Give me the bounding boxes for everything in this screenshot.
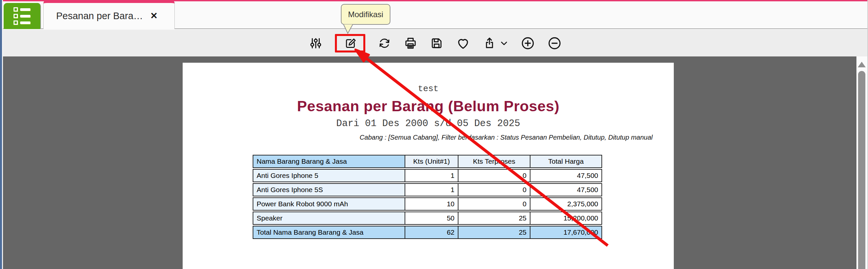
modify-highlight-box [335, 34, 365, 53]
column-header: Kts (Unit#1) [405, 155, 459, 168]
zoom-out-icon [547, 36, 562, 51]
tab-close-icon[interactable]: ✕ [150, 11, 158, 21]
export-button[interactable] [483, 36, 496, 50]
scrollbar-up-arrow-icon[interactable] [858, 62, 866, 67]
table-total-row: Total Nama Barang Barang & Jasa622517,67… [253, 226, 602, 239]
printer-icon [404, 36, 417, 50]
table-cell: Anti Gores Iphone 5S [253, 183, 405, 196]
export-dropdown-button[interactable] [500, 39, 508, 47]
column-header: Nama Barang Barang & Jasa [253, 155, 405, 168]
report-page: test Pesanan per Barang (Belum Proses) D… [183, 63, 674, 269]
save-button[interactable] [430, 36, 443, 50]
filter-options-button[interactable] [309, 36, 323, 50]
table-cell: 0 [459, 183, 530, 196]
export-button-group [483, 36, 508, 50]
vertical-scrollbar[interactable] [857, 57, 867, 269]
report-table-head-row: Nama Barang Barang & JasaKts (Unit#1)Kts… [253, 155, 602, 168]
tab-label: Pesanan per Bara… [43, 10, 143, 22]
table-cell: Total Nama Barang Barang & Jasa [253, 226, 405, 239]
table-cell: 1 [405, 183, 459, 196]
favorite-button[interactable] [456, 36, 470, 51]
tooltip-text: Modifikasi [348, 10, 383, 19]
document-area: test Pesanan per Barang (Belum Proses) D… [3, 57, 857, 269]
scrollbar-thumb[interactable] [858, 71, 865, 269]
refresh-button[interactable] [377, 36, 392, 50]
table-cell: 25 [459, 211, 530, 225]
report-table: Nama Barang Barang & JasaKts (Unit#1)Kts… [253, 154, 602, 240]
tab-bar: Pesanan per Bara… ✕ [3, 0, 867, 29]
share-icon [483, 36, 496, 50]
window-left-gap [2, 0, 3, 269]
table-cell: 2,375,000 [530, 197, 602, 210]
zoom-in-icon [521, 36, 535, 51]
report-company-name: test [183, 84, 674, 94]
zoom-out-button[interactable] [547, 36, 562, 51]
table-cell: 62 [405, 226, 459, 239]
column-header: Kts Terproses [459, 155, 530, 168]
table-cell: Speaker [253, 211, 405, 225]
report-toolbar [3, 30, 867, 57]
zoom-in-button[interactable] [521, 36, 535, 51]
table-cell: 10 [405, 197, 459, 210]
print-button[interactable] [404, 36, 417, 50]
modify-button[interactable] [343, 37, 357, 50]
sliders-icon [309, 36, 323, 50]
report-table-body: Anti Gores Iphone 51047,500Anti Gores Ip… [253, 169, 602, 239]
table-cell: 25 [459, 226, 530, 239]
column-header: Total Harga [530, 155, 602, 168]
tooltip-modifikasi: Modifikasi [341, 4, 391, 25]
table-cell: 47,500 [530, 183, 602, 196]
table-cell: Anti Gores Iphone 5 [253, 169, 405, 182]
report-title: Pesanan per Barang (Belum Proses) [183, 98, 674, 115]
chevron-down-icon [500, 39, 508, 47]
table-cell: 15,200,000 [530, 211, 602, 225]
table-cell: 47,500 [530, 169, 602, 182]
table-cell: 0 [459, 197, 530, 210]
tab-pesanan-per-barang[interactable]: Pesanan per Bara… ✕ [43, 0, 175, 29]
table-row: Anti Gores Iphone 5S1047,500 [253, 183, 602, 196]
heart-icon [456, 36, 470, 51]
save-icon [430, 36, 443, 50]
table-cell: Power Bank Robot 9000 mAh [253, 197, 405, 210]
report-filter-info: Cabang : [Semua Cabang], Filter berdasar… [183, 134, 674, 141]
refresh-icon [377, 36, 392, 50]
table-row: Power Bank Robot 9000 mAh1002,375,000 [253, 197, 602, 210]
menu-list-button[interactable] [4, 3, 41, 29]
table-row: Speaker502515,200,000 [253, 211, 602, 225]
table-cell: 0 [459, 169, 530, 182]
list-icon [13, 7, 30, 25]
table-cell: 50 [405, 211, 459, 225]
app-window: Pesanan per Bara… ✕ [0, 0, 868, 269]
table-cell: 17,670,000 [530, 226, 602, 239]
table-row: Anti Gores Iphone 51047,500 [253, 169, 602, 182]
table-cell: 1 [405, 169, 459, 182]
report-period: Dari 01 Des 2000 s/d 05 Des 2025 [183, 118, 674, 129]
edit-icon [343, 37, 357, 50]
